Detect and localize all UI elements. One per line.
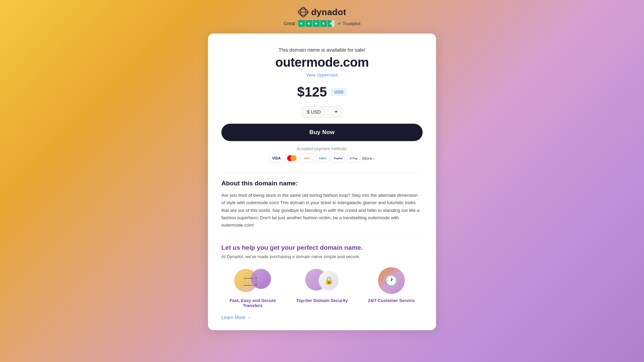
learn-more-row: Learn More → [221,315,423,320]
about-section: About this domain name: Are you tired of… [221,180,423,229]
amex-payment-icon: AMEX [316,154,329,163]
more-payments-label: More [362,156,372,161]
price-row: $125 USD [221,84,423,100]
about-body: Are you tired of being stuck in the same… [221,192,423,229]
discover-payment-icon: DISC [301,154,314,163]
star-2: ★ [306,20,312,27]
divider-2 [221,236,423,236]
currency-badge: USD [331,88,347,96]
domain-name-heading: outermode.com [221,55,423,70]
top-bar: dynadot Great ★ ★ ★ ★ ★ ★ Trustpilot [0,0,644,30]
trustpilot-platform-label: Trustpilot [343,21,361,26]
payment-icons-row: VISA DISC AMEX PayPal G Pay More › [221,154,423,163]
transfer-arrows: ——→ ——→ [244,275,258,288]
trustpilot-logo: ★ Trustpilot [337,21,361,26]
security-icon-wrap: 🔒 [304,267,340,294]
currency-select-wrap: $ USD € EUR £ GBP ¥ JPY [221,106,423,118]
dynadot-logo-icon [298,7,309,17]
arrow-line-2: ——→ [244,282,258,288]
security-circle-right: 🔒 [319,270,339,291]
help-section: Let us help you get your perfect domain … [221,244,423,320]
visa-payment-icon: VISA [270,154,283,163]
transfer-icon: ——→ ——→ [234,267,271,294]
star-3: ★ [313,20,320,27]
support-icon: 🕐 [378,267,405,294]
divider-1 [221,173,423,173]
feature-item-support: 🕐 24/7 Customer Service [360,267,423,303]
feature-item-security: 🔒 Top-tier Domain Security [291,267,354,303]
star-1: ★ [298,20,305,27]
support-title: 24/7 Customer Service [368,298,415,303]
currency-select[interactable]: $ USD € EUR £ GBP ¥ JPY [302,106,342,118]
transfer-title: Fast, Easy and Secure Transfers [221,298,284,308]
more-payments-chevron-icon: › [373,156,374,161]
trustpilot-great-label: Great [284,21,296,26]
about-heading: About this domain name: [221,180,423,187]
help-heading: Let us help you get your perfect domain … [221,244,423,251]
learn-more-arrow-icon: → [247,315,252,320]
star-4: ★ [320,20,327,27]
feature-item-transfer: ——→ ——→ Fast, Easy and Secure Transfers [221,267,284,308]
security-title: Top-tier Domain Security [296,298,348,303]
logo-text: dynadot [311,7,346,17]
trustpilot-star-icon: ★ [337,21,341,26]
clock-icon: 🕐 [385,274,398,287]
learn-more-link[interactable]: Learn More → [221,315,252,320]
stars-container: ★ ★ ★ ★ ★ [298,20,334,27]
main-card: This domain name is available for sale! … [208,34,436,330]
buy-now-button[interactable]: Buy Now [221,124,423,141]
view-uppercase-wrap: View Uppercase [221,72,423,78]
support-icon-wrap: 🕐 [373,267,410,294]
help-subtitle: At Dynadot, we've made purchasing a doma… [221,254,423,259]
learn-more-label: Learn More [221,315,246,320]
logo-area: dynadot [298,7,346,17]
domain-available-text: This domain name is available for sale! [221,47,423,53]
google-payment-icon: G Pay [347,154,360,163]
view-uppercase-link[interactable]: View Uppercase [306,72,338,77]
more-payments-button[interactable]: More › [362,156,374,161]
features-row: ——→ ——→ Fast, Easy and Secure Transfers [221,267,423,308]
mastercard-payment-icon [285,154,299,163]
payment-label: Accepted payment methods: [221,146,423,151]
lock-icon: 🔒 [324,276,333,285]
domain-price: $125 [297,84,327,100]
trustpilot-bar: Great ★ ★ ★ ★ ★ ★ Trustpilot [284,20,361,27]
transfer-icon-wrap: ——→ ——→ [234,267,271,294]
security-icon: 🔒 [304,267,340,294]
paypal-payment-icon: PayPal [331,154,345,163]
payment-section: Accepted payment methods: VISA DISC AMEX… [221,146,423,163]
arrow-line-1: ——→ [244,275,258,281]
star-5-half: ★ [328,20,334,27]
